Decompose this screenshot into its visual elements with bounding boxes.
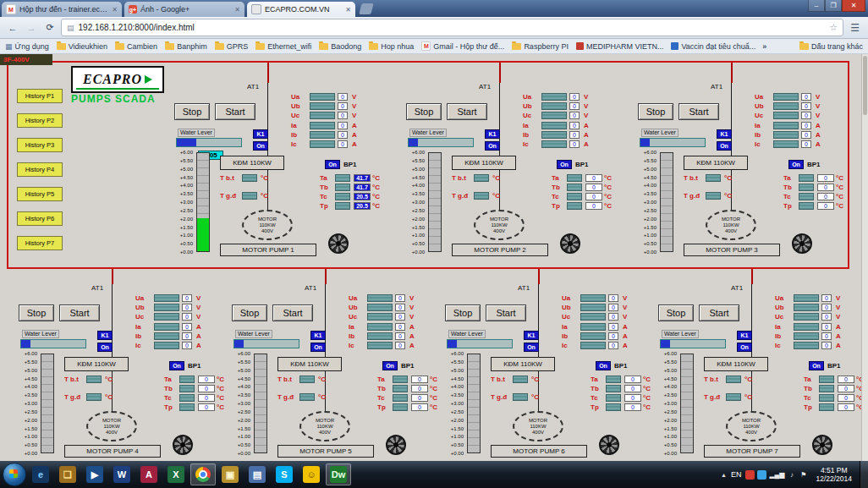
history-button[interactable]: History P1 [17,89,63,103]
gauge-scale-label: +0.50 [227,442,250,447]
temperature-display [335,193,350,200]
temperature-label: Tb [552,184,560,191]
start-button[interactable]: Start [486,304,526,321]
hidden-icons-chevron[interactable]: ▲ [721,472,727,478]
motor-symbol: MOTOR110KW400V [726,411,777,441]
current-value: 0 [338,131,348,139]
temp-bearing-unit: °C [105,393,113,401]
bookmark-item[interactable]: Vaccin đạt tiêu chuẩ... [671,42,755,51]
new-tab-button[interactable] [359,3,373,14]
bookmark-item[interactable]: Banphim [165,42,207,51]
fan-icon [812,435,832,455]
stop-button[interactable]: Stop [406,103,442,120]
close-button[interactable]: ✕ [842,0,865,12]
bookmark-item[interactable]: Hop nhua [369,42,414,51]
stop-button[interactable]: Stop [658,304,694,321]
browser-tab[interactable]: g+Ảnh - Google+✕ [124,2,244,17]
bookmark-item[interactable]: ▦Ứng dụng [5,42,49,51]
taskbar-media-player[interactable]: ▶ [82,463,107,485]
start-button[interactable]: Start [699,304,739,321]
start-button[interactable]: Start [678,103,719,120]
temp-bearing-unit: °C [492,192,500,200]
page-scrollbar[interactable] [861,54,868,461]
reload-button[interactable]: ⟳ [42,20,58,36]
start-button[interactable] [3,463,26,486]
bookmark-star-icon[interactable]: ☆ [829,22,838,33]
history-button[interactable]: History P6 [17,211,63,226]
history-button[interactable]: History P2 [17,113,63,128]
action-center-icon[interactable]: ⚑ [799,470,808,480]
current-label: Ib [135,332,141,340]
start-button[interactable]: Start [447,103,487,120]
taskbar-word[interactable]: W [109,463,135,485]
bookmark-item[interactable]: MGmail - Hộp thư đế... [421,41,504,51]
tab-close-icon[interactable]: ✕ [345,6,351,14]
maximize-button[interactable]: ❐ [825,0,842,12]
history-button[interactable]: History P3 [17,138,63,152]
taskbar-windows-explorer[interactable]: ❏ [55,463,80,485]
voltage-label: Ua [562,294,570,302]
stop-button[interactable]: Stop [232,304,267,321]
volume-icon[interactable]: ♪ [787,470,796,480]
taskbar-skype[interactable]: S [272,463,297,485]
gauge-scale-label: +5.50 [653,359,677,365]
start-button[interactable]: Start [215,103,255,120]
taskbar-excel[interactable]: X [163,463,189,485]
taskbar-notepad[interactable]: ▤ [244,463,270,485]
minimize-button[interactable]: – [808,0,825,12]
forward-button[interactable]: → [24,20,39,36]
address-bar[interactable]: ▤ 192.168.1.210:8000/index.html ☆ [61,19,843,36]
browser-toolbar: ← → ⟳ ▤ 192.168.1.210:8000/index.html ☆ … [0,17,868,39]
voltage-display [773,112,799,119]
tab-close-icon[interactable]: ✕ [234,6,240,14]
stop-button[interactable]: Stop [19,304,54,321]
menu-button[interactable]: ☰ [847,22,863,34]
bookmark-item[interactable]: GPRS [215,42,249,51]
temperature-display [567,202,582,210]
show-desktop-button[interactable] [860,461,868,488]
antivirus-icon[interactable] [745,470,755,480]
taskbar-access[interactable]: A [136,463,162,485]
bookmark-item[interactable]: Raspberry PI [512,42,569,51]
language-indicator[interactable]: EN [731,470,742,479]
scrollbar-thumb[interactable] [863,56,867,115]
tab-title: ECAPRO.COM.VN [265,5,342,14]
taskbar-yahoo-messenger[interactable]: ☺ [299,463,324,485]
stop-button[interactable]: Stop [174,103,210,120]
stop-button[interactable]: Stop [638,103,673,120]
start-button[interactable]: Start [59,304,100,321]
taskbar-internet-explorer[interactable]: e [28,463,53,485]
current-label: Ib [291,131,297,139]
sync-icon[interactable] [757,470,766,480]
tab-close-icon[interactable]: ✕ [112,6,118,14]
current-label: Ia [755,122,761,129]
taskbar-dreamweaver[interactable]: Dw [326,463,351,485]
bookmark-item[interactable]: Vidieukhien [57,42,107,51]
back-button[interactable]: ← [5,20,20,36]
history-button[interactable]: History P5 [17,187,63,201]
voltage-unit: V [623,294,627,302]
voltage-value: 0 [395,304,405,311]
browser-tab[interactable]: MHộp thư đến - trainer.ecap...✕ [2,2,122,17]
gauge-scale-label: +4.00 [227,384,250,389]
bookmarks-overflow-chevron[interactable]: » [762,42,766,51]
voltage-display [367,294,393,302]
bookmark-item[interactable]: Ethernet_wifi [255,42,311,51]
voltage-label: Ub [562,304,571,311]
bookmark-item[interactable]: Baodong [319,42,361,51]
tab-title: Ảnh - Google+ [140,5,231,14]
bookmark-item[interactable]: Cambien [115,42,157,51]
other-bookmarks-button[interactable]: Dấu trang khác [799,42,863,51]
bookmark-item[interactable]: MEDIPHARM VIETN... [576,42,664,51]
clock[interactable]: 4:51 PM 12/22/2014 [812,466,855,483]
start-button[interactable]: Start [272,304,313,321]
taskbar-picture-viewer[interactable]: ▣ [217,463,243,485]
site-red-icon [576,42,584,50]
browser-tab[interactable]: ECAPRO.COM.VN✕ [247,2,355,17]
stop-button[interactable]: Stop [445,304,481,321]
history-button[interactable]: History P7 [17,236,63,250]
url-text[interactable]: 192.168.1.210:8000/index.html [79,23,826,32]
history-button[interactable]: History P4 [17,162,63,177]
taskbar-chrome[interactable] [190,463,216,485]
network-icon[interactable]: ▂▄▆ [769,470,784,480]
